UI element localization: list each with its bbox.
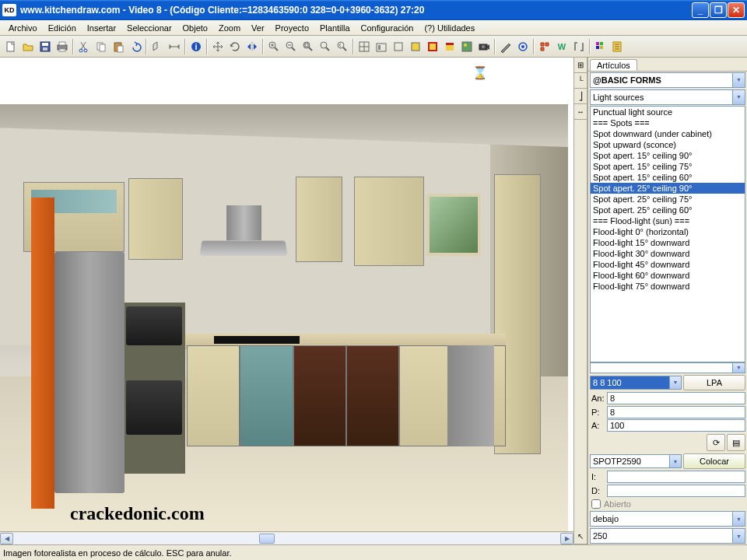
menu-archivo[interactable]: Archivo [3, 22, 43, 34]
i-field[interactable] [607, 471, 745, 483]
list-item[interactable]: Flood-light 45° downward [591, 259, 745, 270]
list-item[interactable]: Punctual light source [591, 107, 745, 117]
view-color3-icon[interactable] [441, 38, 458, 55]
zoom-extents-icon[interactable] [317, 38, 334, 55]
list-item[interactable]: Spot apert. 25° ceiling 75° [591, 194, 745, 205]
mirror-icon[interactable] [244, 38, 261, 55]
undo-icon[interactable] [127, 38, 144, 55]
copy-icon[interactable] [93, 38, 110, 55]
info-icon[interactable]: i [188, 38, 205, 55]
viewport-3d[interactable]: ⌛ [0, 58, 573, 531]
list-item[interactable]: Flood-light 60° downward [591, 270, 745, 281]
menu-insertar[interactable]: Insertar [82, 22, 121, 34]
wall-icon[interactable] [149, 38, 166, 55]
chevron-down-icon[interactable]: ▼ [669, 376, 681, 389]
abierto-checkbox[interactable] [591, 499, 601, 509]
tool-e-icon[interactable] [570, 38, 587, 55]
tool-a-icon[interactable] [497, 38, 514, 55]
zoom-window-icon[interactable] [300, 38, 317, 55]
list-item[interactable]: Spot apert. 15° ceiling 90° [591, 150, 745, 161]
dims-combo[interactable]: 8 8 100 ▼ [590, 376, 682, 390]
catalog-sheet-icon[interactable]: ▤ [727, 434, 745, 451]
save-icon[interactable] [37, 38, 54, 55]
tool-c-icon[interactable] [536, 38, 553, 55]
chevron-down-icon[interactable]: ▼ [732, 529, 745, 543]
menu-ver[interactable]: Ver [246, 22, 270, 34]
view-elevation-icon[interactable] [373, 38, 390, 55]
minimize-button[interactable]: _ [692, 2, 709, 18]
list-item[interactable]: Spot apert. 15° ceiling 60° [591, 172, 745, 183]
p-field[interactable] [607, 406, 745, 418]
open-icon[interactable] [19, 38, 37, 55]
catalog-dropdown[interactable]: @BASIC FORMS ▼ [590, 72, 745, 88]
position-dropdown[interactable]: debajo ▼ [590, 511, 745, 527]
menu-edicion[interactable]: Edición [43, 22, 82, 34]
menu-objeto[interactable]: Objeto [177, 22, 213, 34]
horizontal-scrollbar[interactable]: ◀ ▶ [0, 531, 573, 544]
palette-icon[interactable] [592, 38, 609, 55]
print-icon[interactable] [54, 38, 71, 55]
side-tool-2[interactable]: └ [574, 73, 587, 89]
list-item[interactable]: === Spots === [591, 117, 745, 128]
a-field[interactable] [607, 419, 745, 432]
close-button[interactable]: ✕ [728, 2, 745, 18]
tab-articulos[interactable]: Artículos [590, 59, 637, 71]
list-item[interactable]: Spot downward (under cabinet) [591, 128, 745, 139]
scroll-right-icon[interactable]: ▶ [560, 533, 573, 544]
menu-proyecto[interactable]: Proyecto [270, 22, 314, 34]
view-render-icon[interactable] [458, 38, 475, 55]
list-item[interactable]: Flood-light 30° downward [591, 248, 745, 259]
maximize-button[interactable]: ❐ [710, 2, 727, 18]
side-tool-1[interactable]: ⊞ [574, 58, 587, 73]
refresh-icon[interactable]: ⟳ [707, 434, 725, 451]
tool-d-icon[interactable]: W [553, 38, 570, 55]
menu-zoom[interactable]: Zoom [213, 22, 246, 34]
side-tool-4[interactable]: ↔ [574, 104, 587, 120]
cut-icon[interactable] [75, 38, 93, 55]
list-item[interactable]: Flood-light 0° (horizontal) [591, 226, 745, 237]
list-item[interactable]: Spot apert. 15° ceiling 75° [591, 161, 745, 172]
preview-scroll[interactable]: ▼ [590, 362, 745, 373]
move-icon[interactable] [209, 38, 226, 55]
new-icon[interactable] [2, 38, 19, 55]
list-item[interactable]: Flood-light 15° downward [591, 237, 745, 248]
height-dropdown[interactable]: 250 ▼ [590, 528, 745, 544]
scroll-left-icon[interactable]: ◀ [0, 533, 13, 544]
list-item[interactable]: Spot apert. 25° ceiling 60° [591, 205, 745, 215]
view-plan-icon[interactable] [356, 38, 373, 55]
view-wire-icon[interactable] [390, 38, 407, 55]
chevron-down-icon[interactable]: ▼ [732, 90, 745, 104]
tool-b-icon[interactable] [514, 38, 531, 55]
menu-utilidades[interactable]: (?) Utilidades [419, 22, 480, 34]
chevron-down-icon[interactable]: ▼ [732, 512, 745, 526]
scroll-thumb[interactable] [259, 534, 275, 544]
zoom-prev-icon[interactable] [334, 38, 351, 55]
chevron-down-icon[interactable]: ▼ [732, 363, 745, 373]
menu-configuracion[interactable]: Configuración [356, 22, 419, 34]
lpa-button[interactable]: LPA [683, 375, 745, 390]
view-color1-icon[interactable] [407, 38, 424, 55]
side-tool-3[interactable]: ⎦ [574, 89, 587, 104]
list-item[interactable]: === Flood-light (sun) === [591, 215, 745, 226]
zoom-in-icon[interactable] [265, 38, 282, 55]
rotate-icon[interactable] [226, 38, 244, 55]
category-dropdown[interactable]: Light sources ▼ [590, 89, 745, 105]
items-listbox[interactable]: Punctual light source=== Spots ===Spot d… [590, 106, 745, 362]
paste-icon[interactable] [110, 38, 127, 55]
menu-seleccionar[interactable]: Seleccionar [121, 22, 177, 34]
camera-icon[interactable] [475, 38, 493, 55]
zoom-out-icon[interactable] [282, 38, 300, 55]
dimension-icon[interactable] [166, 38, 183, 55]
code-combo[interactable]: SPOTP2590 ▼ [590, 454, 682, 468]
an-field[interactable] [607, 392, 745, 404]
chevron-down-icon[interactable]: ▼ [669, 455, 681, 467]
catalog-icon[interactable] [609, 38, 626, 55]
list-item[interactable]: Spot apert. 25° ceiling 90° [591, 183, 745, 194]
colocar-button[interactable]: Colocar [683, 453, 745, 469]
list-item[interactable]: Spot upward (sconce) [591, 139, 745, 150]
list-item[interactable]: Flood-light 75° downward [591, 281, 745, 292]
chevron-down-icon[interactable]: ▼ [732, 73, 745, 87]
view-color2-icon[interactable] [424, 38, 441, 55]
side-tool-cursor[interactable]: ↖ [574, 529, 587, 544]
d-field[interactable] [607, 485, 745, 497]
